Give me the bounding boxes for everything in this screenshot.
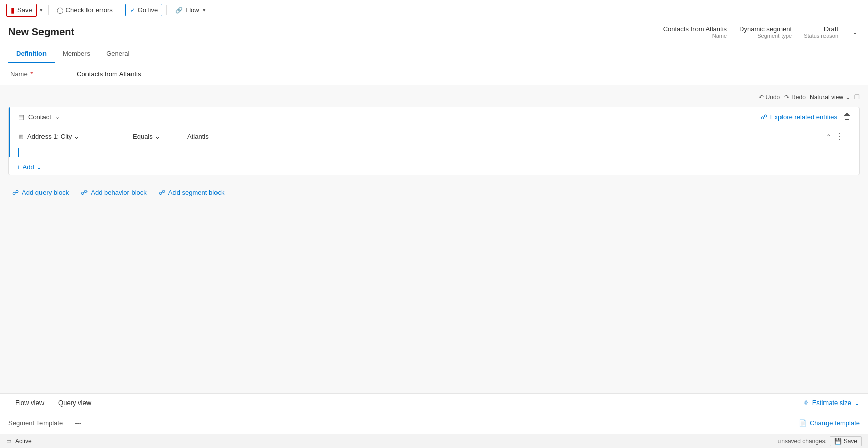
template-label: Segment Template	[8, 419, 63, 427]
redo-button[interactable]: ↷ Redo	[784, 94, 806, 101]
name-row: Name * Contacts from Atlantis	[0, 63, 868, 85]
explore-related-button[interactable]: ☍ Explore related entities	[761, 113, 837, 121]
add-caret-icon: ⌄	[36, 163, 42, 171]
check-errors-label: Check for errors	[66, 6, 113, 14]
explore-label: Explore related entities	[770, 113, 837, 121]
operator-label: Equals	[133, 132, 153, 140]
view-select-caret-icon: ⌄	[845, 94, 850, 101]
status-save-button[interactable]: 💾 Save	[830, 436, 862, 446]
entity-name-label: Contact	[28, 113, 51, 121]
estimate-label: Estimate size	[812, 399, 851, 407]
condition-area: ▨ Address 1: City ⌄ Equals ⌄ Atlantis ⌃ …	[9, 126, 859, 157]
undo-label: Undo	[766, 94, 780, 101]
tab-members[interactable]: Members	[55, 44, 98, 63]
status-save-icon: 💾	[834, 438, 842, 445]
tab-query-view[interactable]: Query view	[51, 394, 98, 412]
view-select[interactable]: Natural view ⌄	[810, 94, 850, 101]
meta-segment-type-label: Segment type	[757, 33, 792, 39]
main-content: Name * Contacts from Atlantis ↶ Undo ↷ R…	[0, 63, 868, 434]
expand-button[interactable]: ❐	[854, 94, 860, 101]
more-options-button[interactable]: ⋮	[835, 131, 843, 141]
add-icon: +	[17, 163, 21, 171]
status-right: unsaved changes 💾 Save	[778, 436, 862, 446]
meta-name-label: Name	[712, 33, 727, 39]
divider-1	[48, 5, 49, 15]
meta-name-value: Contacts from Atlantis	[663, 25, 727, 33]
meta-name: Contacts from Atlantis Name	[663, 25, 727, 39]
estimate-caret-icon: ⌄	[854, 399, 860, 407]
view-tabs: Flow view Query view ⚛ Estimate size ⌄	[0, 394, 868, 412]
go-live-label: Go live	[138, 6, 158, 14]
query-block-header: ▤ Contact ⌄ ☍ Explore related entities 🗑	[9, 107, 859, 126]
add-segment-block-button[interactable]: ☍ Add segment block	[159, 189, 225, 196]
flow-label: Flow	[185, 6, 199, 14]
operator-select[interactable]: Equals ⌄	[133, 132, 183, 140]
add-segment-label: Add segment block	[168, 189, 225, 196]
divider-2	[121, 5, 121, 15]
tab-definition[interactable]: Definition	[8, 44, 55, 63]
add-condition-button[interactable]: + Add ⌄	[17, 163, 42, 171]
collapse-condition-button[interactable]: ⌃	[826, 133, 831, 140]
add-query-label: Add query block	[22, 189, 69, 196]
save-dropdown-icon[interactable]: ▼	[39, 7, 44, 13]
check-errors-button[interactable]: ◯ Check for errors	[53, 4, 117, 16]
def-toolbar: ↶ Undo ↷ Redo Natural view ⌄ ❐	[8, 94, 860, 101]
condition-value[interactable]: Atlantis	[187, 132, 822, 140]
field-select[interactable]: Address 1: City ⌄	[27, 132, 128, 140]
header-meta: Contacts from Atlantis Name Dynamic segm…	[663, 25, 860, 39]
estimate-icon: ⚛	[803, 399, 809, 407]
save-button[interactable]: ▮ Save	[6, 4, 37, 17]
name-field-value[interactable]: Contacts from Atlantis	[77, 70, 141, 78]
check-icon: ◯	[57, 7, 63, 14]
add-row: + Add ⌄	[9, 159, 859, 175]
redo-icon: ↷	[784, 94, 789, 101]
tab-flow-view[interactable]: Flow view	[8, 394, 51, 412]
template-left: Segment Template ---	[8, 419, 81, 427]
add-label: Add	[23, 163, 34, 171]
go-live-button[interactable]: ✓ Go live	[125, 4, 162, 16]
query-block: ▤ Contact ⌄ ☍ Explore related entities 🗑…	[8, 107, 860, 175]
add-behavior-block-button[interactable]: ☍ Add behavior block	[81, 189, 147, 196]
meta-status-value: Draft	[824, 25, 838, 33]
field-select-label: Address 1: City	[27, 132, 72, 140]
definition-area: ↶ Undo ↷ Redo Natural view ⌄ ❐ ▤ Contact	[0, 85, 868, 393]
toolbar: ▮ Save ▼ ◯ Check for errors ✓ Go live 🔗 …	[0, 0, 868, 20]
add-query-block-button[interactable]: ☍ Add query block	[12, 189, 69, 196]
flow-button[interactable]: 🔗 Flow ▼	[171, 4, 210, 16]
estimate-size-button[interactable]: ⚛ Estimate size ⌄	[803, 394, 860, 412]
add-segment-icon: ☍	[159, 189, 165, 196]
change-template-label: Change template	[810, 419, 860, 427]
expand-icon: ❐	[854, 94, 860, 101]
change-template-button[interactable]: 📄 Change template	[799, 419, 860, 427]
view-select-label: Natural view	[810, 94, 843, 101]
add-behavior-label: Add behavior block	[91, 189, 147, 196]
name-field-label: Name *	[10, 70, 71, 78]
undo-button[interactable]: ↶ Undo	[759, 94, 780, 101]
add-behavior-icon: ☍	[81, 189, 88, 196]
tab-general[interactable]: General	[98, 44, 138, 63]
page-title: New Segment	[8, 26, 74, 38]
delete-block-button[interactable]: 🗑	[843, 112, 851, 121]
explore-icon: ☍	[761, 113, 767, 121]
field-select-caret-icon: ⌄	[74, 132, 79, 140]
operator-caret-icon: ⌄	[155, 132, 160, 140]
status-bar: ▭ Active unsaved changes 💾 Save	[0, 434, 868, 448]
undo-icon: ↶	[759, 94, 764, 101]
status-text: Active	[15, 438, 32, 445]
condition-actions: ⌃ ⋮	[826, 131, 843, 141]
redo-label: Redo	[791, 94, 806, 101]
entity-chevron-icon[interactable]: ⌄	[55, 114, 60, 120]
bottom-panel: Flow view Query view ⚛ Estimate size ⌄ S…	[0, 393, 868, 434]
header-chevron-icon[interactable]: ⌄	[850, 26, 860, 38]
block-header-actions: ☍ Explore related entities 🗑	[761, 112, 851, 121]
status-save-label: Save	[844, 438, 857, 445]
template-row: Segment Template --- 📄 Change template	[0, 412, 868, 434]
status-icon: ▭	[6, 438, 11, 444]
flow-caret-icon: ▼	[202, 7, 207, 13]
cursor-line	[18, 148, 19, 157]
page-header: New Segment Contacts from Atlantis Name …	[0, 20, 868, 44]
tabs: Definition Members General	[0, 44, 868, 63]
save-icon: ▮	[11, 6, 15, 14]
entity-icon: ▤	[18, 113, 24, 121]
entity-name: ▤ Contact ⌄	[18, 113, 60, 121]
